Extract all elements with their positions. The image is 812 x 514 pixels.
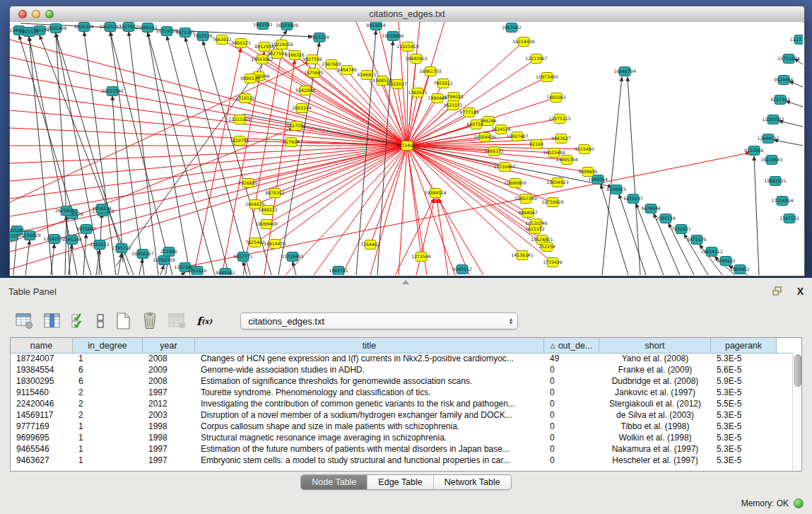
delete-columns-icon[interactable]: [141, 312, 158, 330]
network-node[interactable]: 1603381: [253, 22, 273, 30]
network-node[interactable]: 16782759: [153, 256, 175, 265]
network-node[interactable]: 252254: [539, 243, 555, 252]
network-node[interactable]: 17016504: [771, 197, 794, 206]
network-node[interactable]: 9827508: [302, 55, 322, 64]
tab-network-table[interactable]: Network Table: [434, 475, 511, 489]
network-node[interactable]: 9463627: [551, 134, 571, 144]
network-node[interactable]: 9975887: [76, 225, 96, 234]
network-node[interactable]: 18640910: [405, 54, 428, 64]
network-node[interactable]: 10688809: [504, 179, 526, 188]
network-node[interactable]: 8813054: [366, 22, 386, 30]
network-node[interactable]: 9466161: [138, 23, 158, 33]
network-node[interactable]: 1069781: [329, 267, 348, 276]
network-node[interactable]: 1486372: [484, 147, 504, 156]
network-node[interactable]: 62160: [529, 140, 543, 149]
scrollbar-thumb[interactable]: [794, 354, 801, 387]
table-row[interactable]: 969969511998Structural magnetic resonanc…: [11, 432, 792, 443]
network-graph-svg[interactable]: 1340557985033414055722069140689203341065…: [10, 22, 803, 275]
network-node[interactable]: 8186328: [285, 51, 305, 60]
network-node[interactable]: 2087682: [502, 23, 522, 33]
network-node[interactable]: 8878352: [265, 189, 285, 198]
network-node[interactable]: 7955812: [433, 79, 453, 88]
function-builder-icon[interactable]: f(x): [196, 315, 212, 328]
table-select-dropdown[interactable]: citations_edges.txt ▲▼: [240, 313, 518, 329]
network-node[interactable]: 917004: [283, 138, 300, 147]
network-node[interactable]: 8471676: [687, 235, 707, 245]
table-vertical-scrollbar[interactable]: [792, 353, 801, 471]
network-node[interactable]: 16210643: [760, 156, 783, 165]
table-row[interactable]: 2242004622012Investigating the contribut…: [11, 398, 792, 409]
row-height-icon[interactable]: [96, 313, 105, 329]
column-header-pagerank[interactable]: pagerank: [711, 338, 777, 353]
network-node[interactable]: 19654923: [546, 178, 569, 187]
network-node[interactable]: 1250513: [90, 240, 110, 250]
table-row[interactable]: 1872400712008Changes of HCN gene express…: [11, 353, 792, 364]
network-node[interactable]: 6679197: [623, 194, 643, 204]
table-row[interactable]: 946554611997Estimation of the future num…: [11, 443, 792, 455]
network-node[interactable]: 9245652: [716, 257, 736, 266]
network-node[interactable]: 20364436: [473, 133, 496, 142]
network-node[interactable]: 9777169: [459, 108, 479, 117]
network-node[interactable]: 2935114: [656, 214, 676, 223]
network-node[interactable]: 12975115: [548, 115, 571, 124]
column-header-short[interactable]: short: [599, 338, 711, 353]
network-node[interactable]: 15720407: [493, 163, 516, 172]
network-node[interactable]: 1273544: [411, 252, 431, 262]
network-node[interactable]: 33159: [10, 232, 19, 241]
network-node[interactable]: 9529966: [774, 76, 794, 85]
network-node[interactable]: 10807249: [514, 194, 537, 204]
network-node[interactable]: 10653287: [99, 23, 122, 32]
network-node[interactable]: 16961758: [419, 67, 442, 76]
network-node[interactable]: 7632621: [671, 225, 691, 234]
table-mode-icon[interactable]: [16, 313, 34, 329]
column-header-out_de[interactable]: △out_de...: [544, 338, 599, 353]
network-node[interactable]: 15718485: [281, 252, 304, 262]
network-node[interactable]: 7615526: [193, 32, 213, 41]
network-node[interactable]: 1362615: [408, 88, 428, 98]
network-node[interactable]: 1498222: [258, 206, 278, 215]
column-header-title[interactable]: title: [195, 338, 544, 353]
network-view-window[interactable]: citations_edges.txt 13405579850334140557…: [9, 6, 805, 276]
network-node[interactable]: 1069452: [730, 265, 750, 274]
network-node[interactable]: 19495794: [555, 156, 578, 165]
tab-node-table[interactable]: Node Table: [301, 475, 367, 489]
column-header-name[interactable]: name: [11, 338, 73, 353]
network-node[interactable]: 9474444: [641, 204, 661, 214]
show-columns-icon[interactable]: [44, 313, 61, 329]
splitter-handle-icon[interactable]: [402, 280, 409, 284]
network-node[interactable]: 2251610: [187, 267, 207, 276]
network-node[interactable]: 1117304: [790, 35, 803, 45]
table-row[interactable]: 1456911722003Disruption of a novel membe…: [11, 409, 792, 421]
table-row[interactable]: 977716911998Corpus callosum shape and si…: [11, 421, 792, 432]
network-node[interactable]: 9845062: [216, 269, 235, 276]
network-node[interactable]: 9227343: [770, 95, 790, 105]
create-column-icon[interactable]: [114, 312, 131, 330]
network-node[interactable]: 12213967: [525, 54, 548, 64]
column-header-year[interactable]: year: [143, 338, 195, 353]
network-node[interactable]: 9884067: [518, 209, 538, 218]
network-node[interactable]: 14136141: [511, 251, 534, 260]
table-row[interactable]: 911546021997Tourette syndrome. Phenomeno…: [11, 387, 792, 398]
network-node[interactable]: 8920334: [74, 23, 94, 32]
table-row[interactable]: 1938455462009Genome-wide association stu…: [11, 364, 792, 375]
network-node[interactable]: 16154838: [512, 37, 535, 47]
network-node[interactable]: 8938923: [606, 185, 626, 194]
table-row[interactable]: 1830029562008Estimation of significance …: [11, 375, 792, 387]
network-node[interactable]: 1621072: [443, 101, 463, 110]
network-node[interactable]: 1167533: [779, 214, 799, 223]
network-node[interactable]: 10654112: [700, 247, 723, 257]
window-titlebar[interactable]: citations_edges.txt: [10, 6, 804, 23]
memory-status-icon[interactable]: [794, 498, 804, 508]
network-node[interactable]: 15692931: [764, 177, 787, 186]
network-node[interactable]: 9671385: [175, 28, 195, 37]
select-all-columns-icon[interactable]: [71, 313, 86, 329]
network-node[interactable]: 7857224: [310, 33, 329, 42]
network-node[interactable]: 222998: [160, 247, 177, 257]
network-node[interactable]: 9245012: [452, 265, 472, 274]
network-node[interactable]: 11156829: [18, 231, 41, 240]
network-node[interactable]: 10973493: [536, 73, 558, 82]
network-node[interactable]: 16543862: [251, 55, 273, 64]
network-node[interactable]: 10756928: [541, 198, 564, 207]
network-node[interactable]: 16648784: [613, 67, 636, 76]
network-canvas[interactable]: 1340557985033414055722069140689203341065…: [10, 22, 803, 275]
